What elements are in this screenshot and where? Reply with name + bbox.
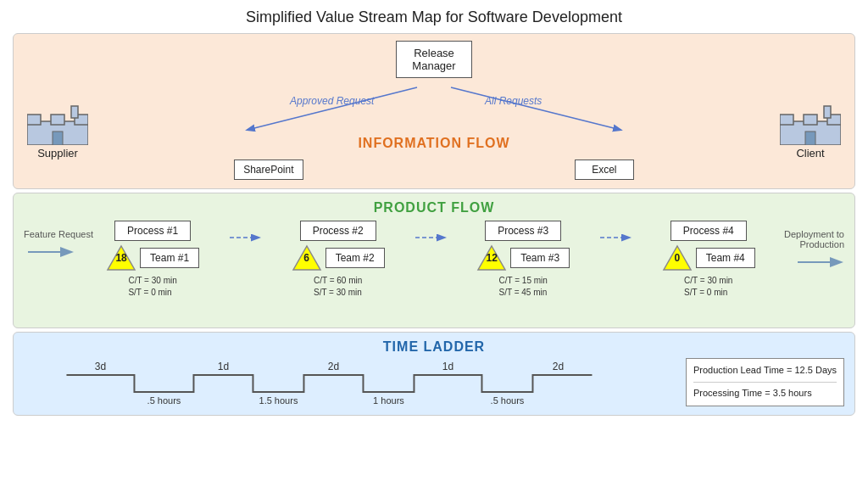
svg-rect-12 <box>804 115 817 125</box>
sharepoint-box: SharePoint <box>234 160 303 180</box>
svg-text:1d: 1d <box>442 361 453 372</box>
svg-rect-15 <box>805 132 815 145</box>
ladder-diagram: 3d 1d 2d 1d 2d .5 hours 1.5 hours 1 hour… <box>24 360 686 406</box>
triangle-value-4: 0 <box>674 252 680 264</box>
time-ladder-section: TIME LADDER 3d 1d 2d 1d 2d .5 ho <box>13 332 855 416</box>
process-unit-2: Process #2 6 Team #2 <box>292 221 385 299</box>
process-box-2: Process #2 <box>300 221 376 241</box>
svg-rect-14 <box>824 106 831 118</box>
team-box-3: Team #3 <box>510 248 570 268</box>
svg-text:1.5 hours: 1.5 hours <box>259 395 298 406</box>
time-ladder-label: TIME LADDER <box>24 339 844 355</box>
svg-rect-4 <box>71 106 78 118</box>
deployment-arrow <box>793 249 844 275</box>
release-manager-row: ReleaseManager <box>24 41 844 78</box>
team-row-3: 12 Team #3 <box>476 244 570 271</box>
team-row-1: 18 Team #1 <box>106 244 199 271</box>
deployment-label: Deployment toProduction <box>784 229 844 249</box>
svg-rect-5 <box>53 132 63 145</box>
triangle-4: 0 <box>662 244 693 271</box>
dashed-arrow-2 <box>414 221 448 246</box>
client-label: Client <box>796 147 824 160</box>
supplier-shape: Supplier <box>24 104 92 160</box>
supplier-icon <box>27 104 88 145</box>
team-box-1: Team #1 <box>140 248 199 268</box>
info-middle-row: Supplier Approved Request All Requests <box>24 83 844 180</box>
svg-rect-11 <box>780 115 793 125</box>
time-info-box: Production Lead Time = 12.5 Days Process… <box>686 358 844 406</box>
page-title: Simplified Value Stream Map for Software… <box>246 8 622 26</box>
cycle-info-1: C/T = 30 min S/T = 0 min <box>128 275 176 299</box>
production-lead-time: Production Lead Time = 12.5 Days <box>693 362 837 379</box>
triangle-2: 6 <box>292 244 322 271</box>
svg-text:1 hours: 1 hours <box>373 395 404 406</box>
client-icon <box>780 104 841 145</box>
info-flow-label: INFORMATION FLOW <box>358 136 509 151</box>
svg-text:1d: 1d <box>218 361 229 372</box>
cycle-info-3: C/T = 15 min S/T = 45 min <box>499 275 548 299</box>
process-unit-3: Process #3 12 Team #3 <box>476 221 570 299</box>
svg-text:.5 hours: .5 hours <box>147 395 181 406</box>
svg-text:Approved Request: Approved Request <box>289 95 375 107</box>
time-ladder-content: 3d 1d 2d 1d 2d .5 hours 1.5 hours 1 hour… <box>24 358 844 406</box>
release-manager-box: ReleaseManager <box>396 41 472 78</box>
product-flow-label: PRODUCT FLOW <box>24 200 844 216</box>
team-row-2: 6 Team #2 <box>292 244 385 271</box>
supplier-label: Supplier <box>37 147 78 160</box>
client-shape: Client <box>776 104 844 160</box>
triangle-1: 18 <box>106 244 136 271</box>
triangle-value-2: 6 <box>303 252 309 264</box>
processing-time: Processing Time = 3.5 hours <box>693 385 837 402</box>
info-flow-arrows: Approved Request All Requests <box>98 83 770 143</box>
info-flow-section: ReleaseManager Supplier <box>13 33 855 189</box>
release-manager-label: ReleaseManager <box>412 47 455 72</box>
team-row-4: 0 Team #4 <box>662 244 755 271</box>
product-flow-section: PRODUCT FLOW Feature Request <box>13 193 855 328</box>
feature-request-arrow <box>24 239 75 265</box>
ladder-svg: 3d 1d 2d 1d 2d .5 hours 1.5 hours 1 hour… <box>24 360 686 406</box>
team-box-4: Team #4 <box>696 248 755 268</box>
team-box-2: Team #2 <box>326 248 385 268</box>
svg-text:2d: 2d <box>553 361 564 372</box>
diagram-container: ReleaseManager Supplier <box>13 33 855 416</box>
dashed-arrow-1 <box>228 221 262 246</box>
svg-text:All Requests: All Requests <box>484 95 542 107</box>
cycle-info-2: C/T = 60 min S/T = 30 min <box>314 275 362 299</box>
triangle-value-3: 12 <box>487 252 498 264</box>
svg-text:.5 hours: .5 hours <box>491 395 525 406</box>
svg-rect-2 <box>51 115 64 125</box>
feature-request-label: Feature Request <box>24 229 93 239</box>
svg-text:3d: 3d <box>95 361 106 372</box>
cycle-info-4: C/T = 30 min S/T = 0 min <box>684 275 732 299</box>
process-box-3: Process #3 <box>485 221 561 241</box>
svg-rect-1 <box>27 115 41 125</box>
dashed-arrow-3 <box>598 221 632 246</box>
process-unit-1: Process #1 18 Team #1 <box>106 221 199 299</box>
process-unit-4: Process #4 0 Team #4 <box>662 221 755 299</box>
systems-row: SharePoint Excel <box>98 160 770 180</box>
process-box-1: Process #1 <box>114 221 191 241</box>
svg-text:2d: 2d <box>328 361 339 372</box>
svg-line-6 <box>248 87 417 130</box>
svg-line-7 <box>451 87 620 130</box>
triangle-value-1: 18 <box>115 252 126 264</box>
process-box-4: Process #4 <box>670 221 747 241</box>
excel-box: Excel <box>575 160 634 180</box>
triangle-3: 12 <box>476 244 507 271</box>
